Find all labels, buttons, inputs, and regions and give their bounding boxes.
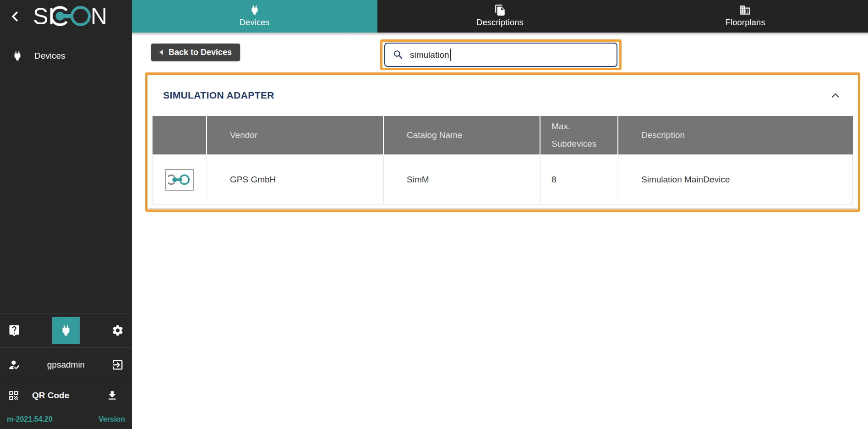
search-highlight-annotation: simulation	[380, 39, 622, 70]
main-content: Back to Devices simulation SIMULATION AD…	[132, 33, 868, 429]
table-cell-description[interactable]: Simulation MainDevice	[618, 155, 853, 204]
gear-icon[interactable]	[111, 324, 124, 337]
adapter-table: Vendor Catalog Name Max. Subdevices Desc…	[153, 116, 853, 204]
column-header-max-subdevices: Max. Subdevices	[540, 116, 618, 155]
qr-code-row: QR Code	[0, 382, 132, 409]
column-header-catalog-name: Catalog Name	[384, 116, 540, 155]
column-header-description: Description	[618, 116, 853, 155]
tab-label: Descriptions	[476, 18, 524, 28]
version-row: m-2021.54.20 Version	[0, 409, 132, 429]
download-icon[interactable]	[106, 390, 118, 402]
table-cell-device-icon[interactable]	[153, 155, 207, 204]
copy-document-icon	[494, 4, 506, 16]
collapse-sidebar-chevron-icon[interactable]	[8, 10, 22, 23]
devices-tool-button-active[interactable]	[52, 317, 80, 344]
plug-icon	[59, 324, 73, 337]
panel-highlight-annotation: SIMULATION ADAPTER Vendor Catalog Name M…	[145, 72, 860, 212]
panel-title: SIMULATION ADAPTER	[163, 90, 830, 101]
sidebar-item-devices[interactable]: Devices	[0, 45, 132, 66]
back-button-label: Back to Devices	[169, 48, 232, 57]
sidebar-toolbar	[0, 313, 132, 347]
column-header-vendor: Vendor	[207, 116, 384, 155]
sicon-device-logo-icon	[165, 169, 194, 191]
svg-text:N: N	[91, 5, 107, 28]
simulation-adapter-panel: SIMULATION ADAPTER Vendor Catalog Name M…	[147, 75, 858, 208]
top-tab-bar: Devices Descriptions Floorplans	[132, 0, 868, 33]
app-window: SI N Devices gpsadmin	[0, 0, 868, 429]
sidebar-spacer	[0, 66, 132, 313]
tab-devices[interactable]: Devices	[132, 0, 377, 33]
tab-descriptions[interactable]: Descriptions	[377, 0, 623, 33]
version-label: Version	[98, 415, 125, 424]
collapse-panel-button[interactable]	[830, 89, 841, 101]
back-to-devices-button[interactable]: Back to Devices	[151, 44, 240, 61]
help-icon[interactable]	[8, 324, 21, 337]
version-value: m-2021.54.20	[7, 415, 53, 424]
sidebar-item-label: Devices	[34, 51, 66, 61]
building-icon	[739, 4, 751, 16]
tab-floorplans[interactable]: Floorplans	[622, 0, 868, 33]
search-value: simulation	[410, 50, 449, 60]
qr-code-label: QR Code	[32, 390, 106, 401]
user-check-icon	[8, 358, 21, 371]
logout-icon[interactable]	[111, 358, 124, 371]
table-cell-vendor[interactable]: GPS GmbH	[207, 155, 384, 204]
back-triangle-icon	[159, 50, 163, 55]
table-cell-max-subdevices[interactable]: 8	[540, 155, 618, 204]
text-cursor	[450, 49, 451, 61]
table-cell-catalog-name[interactable]: SimM	[384, 155, 540, 204]
qr-code-icon	[8, 390, 20, 402]
plug-icon	[11, 50, 23, 62]
search-input[interactable]: simulation	[384, 43, 617, 67]
sidebar-header: SI N	[0, 0, 132, 33]
tab-label: Floorplans	[726, 18, 765, 28]
sidebar: SI N Devices gpsadmin	[0, 0, 132, 429]
plug-icon	[249, 4, 261, 16]
panel-header: SIMULATION ADAPTER	[147, 75, 858, 116]
username-label: gpsadmin	[21, 360, 111, 370]
sicon-logo: SI N	[33, 5, 112, 28]
user-row: gpsadmin	[0, 347, 132, 382]
chevron-up-icon	[830, 89, 841, 101]
tab-label: Devices	[240, 18, 270, 28]
search-icon	[393, 49, 404, 60]
column-header-icon	[153, 116, 207, 155]
